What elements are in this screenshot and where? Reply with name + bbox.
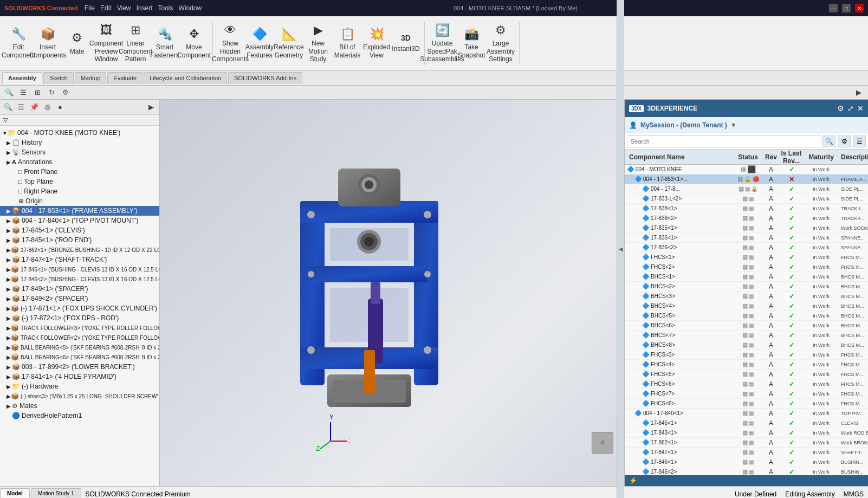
tree-item-clevis[interactable]: ▶ 📦 17-845<1> ('CLEVIS') — [0, 225, 159, 235]
rp-close-button[interactable]: ✕ — [857, 104, 864, 113]
hardware-arrow[interactable]: ▶ — [7, 384, 12, 390]
linear-component-button[interactable]: ⊞ Linear Component Pattern — [121, 24, 150, 63]
tree-item-history[interactable]: ▶ 📋 History — [0, 138, 159, 147]
table-row[interactable]: 🔷 17-843<1> ▦ ▦ A ✓ In Work Work ROD EN — [625, 428, 868, 438]
close-button[interactable]: ✕ — [855, 4, 864, 12]
tf3-arrow[interactable]: ▶ — [7, 325, 11, 331]
col-header-description[interactable]: Descriptio... — [839, 153, 868, 161]
reference-geometry-button[interactable]: 📐 Reference Geometry — [275, 24, 303, 63]
tree-item-spacer-1[interactable]: ▶ 📦 17-849<1> ('SPACER') — [0, 284, 159, 294]
tree-item-mates[interactable]: ▶ ⚙ Mates — [0, 401, 159, 411]
table-row[interactable]: 🔷 BHCS<1> ▦ ▦ A ✓ In Work BHCS M... — [625, 272, 868, 282]
settings-icon-button[interactable]: ⚙ — [60, 87, 72, 98]
move-component-button[interactable]: ✥ Move Component — [180, 24, 208, 63]
spacer-2-arrow[interactable]: ▶ — [7, 296, 12, 302]
tree-item-shoulder-screw[interactable]: ▶ 📦 (-) shss<3> ('M8x1.25 x 25 LONG- SHO… — [0, 391, 159, 401]
table-row[interactable]: 🔷 17-846<2> ▦ ▦ A ✓ In Work BUSHIN... — [625, 467, 868, 475]
tree-item-bushing-2[interactable]: ▶ 📦 17-846<2> ('BUSHING - CLEVIS 13 ID X… — [0, 274, 159, 284]
tab-sketch[interactable]: Sketch — [43, 72, 74, 84]
fox-rod-arrow[interactable]: ▶ — [7, 315, 12, 321]
menu-tools[interactable]: Tools — [158, 4, 173, 12]
table-row[interactable]: 🔷 FHCS<5> ▦ ▦ A ✓ In Work FHCS M... — [625, 370, 868, 379]
menu-window[interactable]: Window — [179, 4, 202, 12]
exploded-view-button[interactable]: 💥 Exploded View — [362, 24, 391, 63]
table-row[interactable]: 🔷 BHCS<3> ▦ ▦ A ✓ In Work BHCS M... — [625, 292, 868, 301]
menu-insert[interactable]: Insert — [137, 4, 153, 12]
col-header-rev[interactable]: Rev — [763, 153, 779, 161]
shaft-track-arrow[interactable]: ▶ — [7, 257, 12, 263]
tree-item-annotations[interactable]: ▶ A Annotations — [0, 157, 159, 167]
tab-model[interactable]: Model — [0, 488, 30, 498]
table-row[interactable]: 🔷 FHCS<6> ▦ ▦ A ✓ In Work FHCS M... — [625, 379, 868, 389]
expand-right-button[interactable]: ▶ — [853, 87, 865, 98]
feature-tree-list[interactable]: ☰ — [15, 102, 27, 113]
tree-item-shaft-track[interactable]: ▶ 📦 17-847<1> ('SHAFT-TRACK') — [0, 255, 159, 264]
filter-button[interactable]: 🔍 — [3, 87, 15, 98]
table-row[interactable]: 🔷 BHCS<4> ▦ ▦ A ✓ In Work BHCS M... — [625, 301, 868, 311]
assembly-features-button[interactable]: 🔷 Assembly Features — [245, 24, 274, 63]
table-row[interactable]: 🔷 FHCS<7> ▦ ▦ A ✓ In Work FHCS M... — [625, 389, 868, 399]
table-row[interactable]: 🔷 FHCS<2> ▦ ▦ A ✓ In Work FHCS M... — [625, 262, 868, 272]
tree-item-frame-assembly[interactable]: ▶ 📦 004 - 17-853<1> ('FRAME ASSEMBLY') — [0, 206, 159, 216]
tree-item-origin[interactable]: ⊕ Origin — [0, 196, 159, 206]
table-row[interactable]: 🔷 17-847<1> ▦ ▦ A ✓ In Work SHAFT-T... — [625, 448, 868, 457]
feature-tree-expand[interactable]: ▶ — [145, 102, 157, 113]
component-preview-button[interactable]: 🖼 Component Preview Window — [92, 24, 120, 63]
tree-item-lower-bracket[interactable]: ▶ 📦 003 - 17-899<2> ('LOWER BRACKET') — [0, 362, 159, 372]
table-row[interactable]: 🔷 004 - MOTO KNEE ▦ ⬛ A ✓ In Work — [625, 165, 868, 174]
table-row[interactable]: 🔷 FHCS<1> ▦ ▦ A ✓ In Work FHCS M... — [625, 253, 868, 262]
rod-end-arrow[interactable]: ▶ — [7, 237, 12, 243]
insert-components-button[interactable]: 📦 Insert Components — [34, 24, 62, 63]
tree-item-pyramid[interactable]: ▶ 📦 17-841<1> ('4 HOLE PYRAMID') — [0, 372, 159, 381]
session-dropdown-arrow[interactable]: ▼ — [730, 121, 737, 129]
tree-item-hardware[interactable]: ▶ 📁 (-) Hardware — [0, 381, 159, 391]
take-snapshot-button[interactable]: 📸 Take Snapshot — [457, 24, 485, 63]
list-view-button[interactable]: ☰ — [17, 87, 29, 98]
table-row[interactable]: 🔷 004 - 17-853<1>... ▦ 🔒🔴 A ✕ In Work FR… — [625, 174, 868, 184]
grid-view-button[interactable]: ⊞ — [31, 87, 43, 98]
tree-item-track-follower-3[interactable]: ▶ 📦 TRACK FOLLOWER<3> ('YOKE TYPE ROLLER… — [0, 323, 159, 333]
right-panel-collapse[interactable]: ◀ — [617, 100, 624, 486]
tree-item-rod-end[interactable]: ▶ 📦 17-845<1> ('ROD END') — [0, 235, 159, 245]
menu-view[interactable]: View — [117, 4, 131, 12]
mates-arrow[interactable]: ▶ — [7, 403, 12, 409]
tree-history-arrow[interactable]: ▶ — [7, 140, 12, 146]
tree-item-sensors[interactable]: ▶ 📡 Sensors — [0, 147, 159, 157]
tab-motion-study[interactable]: Motion Study 1 — [31, 488, 81, 498]
feature-tree-search[interactable]: 🔍 — [2, 102, 14, 113]
feature-tree-pin[interactable]: 📌 — [28, 102, 40, 113]
tree-item-ball-bearing-5[interactable]: ▶ 📦 BALL BEARING<5> ('SKF BEARING #608-2… — [0, 342, 159, 352]
table-row[interactable]: 🔷 BHCS<5> ▦ ▦ A ✓ In Work BHCS M... — [625, 311, 868, 321]
tree-item-fox-rod[interactable]: ▶ 📦 (-) 17-872<1> ('FOX DPS - ROD') — [0, 313, 159, 323]
table-row[interactable]: 🔷 FHCS<8> ▦ ▦ A ✓ In Work FHCS M... — [625, 399, 868, 409]
col-header-maturity[interactable]: Maturity — [804, 153, 839, 161]
tree-annotations-arrow[interactable]: ▶ — [7, 159, 12, 165]
tree-root-arrow[interactable]: ▼ — [2, 130, 8, 136]
tree-item-front-plane[interactable]: □ Front Plane — [0, 167, 159, 177]
show-hidden-button[interactable]: 👁 Show Hidden Components — [216, 24, 244, 63]
update-speedpak-button[interactable]: 🔄 Update SpeedPak Subassemblies — [428, 24, 456, 63]
frame-assembly-arrow[interactable]: ▶ — [7, 208, 12, 214]
feature-tree-target[interactable]: ◎ — [41, 102, 53, 113]
bronze-bushing-arrow[interactable]: ▶ — [7, 247, 11, 253]
table-row[interactable]: 🔷 17-838<1> ▦ ▦ A ✓ In Work TRACK-I... — [625, 204, 868, 214]
spacer-1-arrow[interactable]: ▶ — [7, 286, 12, 292]
tree-item-track-follower-2[interactable]: ▶ 📦 TRACK FOLLOWER<2> ('YOKE TYPE ROLLER… — [0, 333, 159, 342]
maximize-button[interactable]: □ — [842, 4, 851, 12]
search-input[interactable] — [627, 135, 820, 147]
bill-materials-button[interactable]: 📋 Bill of Materials — [333, 24, 361, 63]
bushing-2-arrow[interactable]: ▶ — [7, 276, 11, 282]
table-row[interactable]: 🔷 17-833-L<2> ▦ ▦ A ✓ In Work SIDE PL... — [625, 194, 868, 204]
tree-item-derived-hole[interactable]: 🔵 DerivedHolePattern1 — [0, 411, 159, 421]
clevis-arrow[interactable]: ▶ — [7, 228, 12, 234]
large-assembly-button[interactable]: ⚙ Large Assembly Settings — [487, 24, 515, 63]
tab-markup[interactable]: Markup — [75, 72, 107, 84]
3d-viewport[interactable]: Y X Z ⊙ — [160, 100, 624, 486]
search-settings-button[interactable]: ⚙ — [838, 135, 851, 147]
tab-addins[interactable]: SOLIDWORKS Add-Ins — [228, 72, 302, 84]
bushing-1-arrow[interactable]: ▶ — [7, 267, 11, 273]
refresh-button[interactable]: ↻ — [46, 87, 57, 98]
tree-item-top-plane[interactable]: □ Top Plane — [0, 177, 159, 186]
menu-bar[interactable]: File Edit View Insert Tools Window — [85, 4, 202, 12]
instant3d-button[interactable]: 3D Instant3D — [392, 24, 420, 63]
